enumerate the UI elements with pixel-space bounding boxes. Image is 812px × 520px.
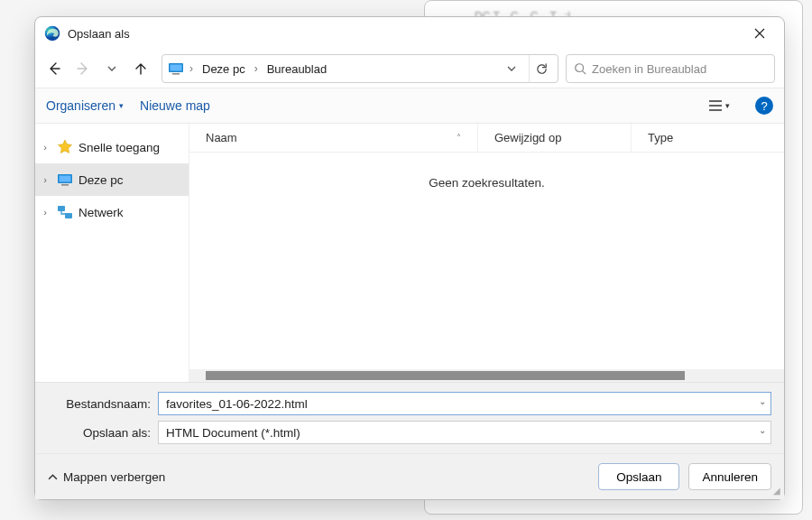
search-box[interactable] — [566, 54, 775, 83]
arrow-up-icon — [134, 61, 148, 76]
this-pc-icon — [57, 172, 73, 188]
empty-results-message: Geen zoekresultaten. — [189, 153, 784, 369]
column-header-name[interactable]: Naam˄ — [189, 124, 478, 152]
chevron-right-icon: › — [39, 174, 51, 185]
filename-row: Bestandsnaam: ⌄ — [48, 392, 771, 415]
new-folder-button[interactable]: Nieuwe map — [140, 98, 210, 113]
chevron-down-icon — [507, 64, 516, 73]
close-button[interactable] — [744, 21, 775, 46]
save-button[interactable]: Opslaan — [598, 463, 679, 490]
column-header-modified[interactable]: Gewijzigd op — [478, 124, 632, 152]
horizontal-scrollbar[interactable] — [189, 369, 784, 382]
recent-locations-button[interactable] — [98, 55, 125, 82]
new-folder-label: Nieuwe map — [140, 98, 210, 113]
svg-rect-6 — [60, 176, 71, 182]
forward-button[interactable] — [69, 55, 97, 82]
help-icon: ? — [761, 99, 767, 113]
caret-down-icon: ▾ — [119, 101, 124, 110]
titlebar: Opslaan als — [35, 17, 784, 50]
column-name-label: Naam — [206, 131, 237, 144]
search-icon — [574, 62, 586, 75]
back-button[interactable] — [41, 55, 68, 82]
star-icon — [57, 139, 73, 155]
tree-item-label: Snelle toegang — [78, 141, 160, 154]
organize-label: Organiseren — [46, 98, 115, 113]
nav-row: › Deze pc › Bureaublad — [35, 50, 784, 88]
network-icon — [57, 204, 73, 220]
refresh-icon — [535, 62, 549, 76]
svg-rect-2 — [171, 65, 182, 71]
caret-down-icon: ▾ — [725, 101, 730, 110]
chevron-up-icon — [48, 472, 58, 482]
filename-footer: Bestandsnaam: ⌄ Opslaan als: ⌄ — [35, 382, 784, 453]
this-pc-icon — [168, 60, 184, 77]
column-modified-label: Gewijzigd op — [494, 131, 561, 144]
address-dropdown[interactable] — [502, 64, 521, 73]
search-input[interactable] — [592, 62, 767, 76]
svg-rect-7 — [61, 184, 69, 186]
scrollbar-thumb[interactable] — [206, 371, 685, 380]
filename-label: Bestandsnaam: — [48, 397, 158, 411]
hide-folders-label: Mappen verbergen — [63, 470, 165, 484]
column-headers: Naam˄ Gewijzigd op Type — [189, 124, 784, 153]
chevron-right-icon: › — [39, 142, 51, 153]
breadcrumb-separator: › — [253, 62, 260, 75]
breadcrumb-folder[interactable]: Bureaublad — [263, 59, 331, 79]
filetype-label: Opslaan als: — [48, 426, 158, 440]
resize-grip-icon[interactable]: ◢ — [773, 486, 780, 496]
file-list-pane: Naam˄ Gewijzigd op Type Geen zoekresulta… — [189, 124, 784, 382]
svg-point-4 — [576, 64, 584, 72]
window-title: Opslaan als — [68, 27, 130, 41]
close-icon — [754, 28, 765, 39]
hide-folders-toggle[interactable]: Mappen verbergen — [48, 470, 165, 484]
arrow-left-icon — [47, 61, 61, 76]
arrow-right-icon — [76, 61, 90, 76]
tree-item-quick-access[interactable]: › Snelle toegang — [35, 131, 189, 163]
list-view-icon — [708, 99, 723, 112]
filetype-select[interactable] — [158, 421, 771, 444]
nav-tree: › Snelle toegang › Deze pc › Netwerk — [35, 124, 189, 382]
chevron-right-icon: › — [39, 207, 51, 218]
sort-indicator-icon: ˄ — [457, 133, 461, 143]
svg-rect-3 — [172, 73, 180, 75]
edge-logo-icon — [44, 25, 60, 42]
svg-rect-8 — [58, 206, 65, 211]
tree-item-this-pc[interactable]: › Deze pc — [35, 163, 189, 196]
action-footer: Mappen verbergen Opslaan Annuleren — [35, 453, 784, 499]
breadcrumb-root[interactable]: Deze pc — [198, 59, 249, 79]
up-button[interactable] — [127, 55, 154, 82]
breadcrumb-separator: › — [188, 62, 195, 75]
help-button[interactable]: ? — [755, 97, 773, 115]
address-bar[interactable]: › Deze pc › Bureaublad — [161, 54, 558, 83]
chevron-down-icon — [107, 64, 116, 73]
filename-input[interactable] — [158, 392, 771, 415]
tree-item-label: Deze pc — [78, 173, 124, 187]
save-as-dialog: Opslaan als › Deze pc › Bureaublad Organ… — [34, 16, 785, 500]
cancel-button[interactable]: Annuleren — [688, 463, 771, 490]
toolbar: Organiseren▾ Nieuwe map ▾ ? — [35, 88, 784, 124]
organize-button[interactable]: Organiseren▾ — [46, 98, 124, 113]
filetype-row: Opslaan als: ⌄ — [48, 421, 771, 444]
column-header-type[interactable]: Type — [632, 124, 784, 152]
refresh-button[interactable] — [529, 55, 554, 82]
dialog-body: › Snelle toegang › Deze pc › Netwerk Naa… — [35, 124, 784, 382]
column-type-label: Type — [648, 131, 673, 144]
view-options-button[interactable]: ▾ — [708, 99, 730, 112]
tree-item-label: Netwerk — [78, 206, 124, 219]
tree-item-network[interactable]: › Netwerk — [35, 196, 189, 228]
